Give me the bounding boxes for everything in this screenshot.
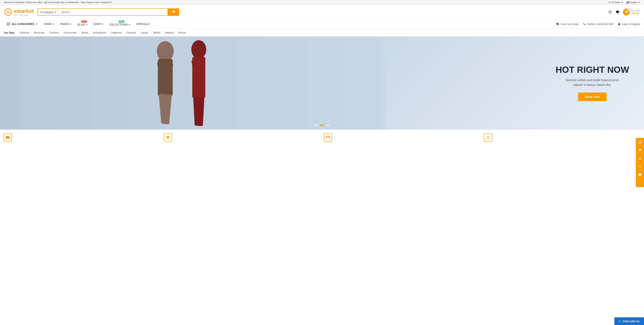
language-selector[interactable]: English ▼ xyxy=(626,1,640,4)
feature-block-2 xyxy=(164,133,320,142)
tag-smartphone[interactable]: Smartphone xyxy=(90,31,108,34)
cart-icon xyxy=(624,10,628,14)
collections-new-badge: New xyxy=(119,20,124,23)
feature-block-4 xyxy=(484,133,640,142)
hero-figures-svg xyxy=(0,36,386,130)
shop-now-button[interactable]: Shop now xyxy=(578,92,606,101)
tag-shoes[interactable]: Shoes xyxy=(79,31,90,34)
language-chevron-icon: ▼ xyxy=(638,1,640,4)
wishlist-button[interactable] xyxy=(616,10,620,14)
svg-point-12 xyxy=(191,40,206,59)
tag-electronic[interactable]: Electronic xyxy=(32,31,47,34)
slider-dot-3[interactable] xyxy=(326,125,330,126)
nav-item-specials[interactable]: SPECIALS! xyxy=(133,20,152,28)
blog-hot-badge: Hot! xyxy=(82,20,87,23)
all-categories-label: ALL CATEGORIES xyxy=(12,22,34,25)
logo-name: emarket xyxy=(14,8,34,14)
svg-point-6 xyxy=(157,41,174,62)
tag-tablets[interactable]: Tablets xyxy=(150,31,163,34)
nav-item-home[interactable]: HOME ▼ xyxy=(41,20,57,28)
nav-item-shop[interactable]: SHOP ▼ xyxy=(90,20,106,28)
refresh-button[interactable] xyxy=(608,10,612,14)
sidebar-menu-button[interactable] xyxy=(636,138,644,145)
search-button[interactable] xyxy=(168,9,179,15)
phone-icon xyxy=(583,22,586,25)
hero-content: HOT RIGHT NOW Summer whites and bright t… xyxy=(556,65,629,101)
tag-accessories[interactable]: Accessories xyxy=(61,31,79,34)
nav-home-chevron-icon: ▼ xyxy=(52,23,54,25)
cart-badge: 0 xyxy=(628,8,630,11)
track-order-label: Track Your Order xyxy=(560,23,579,25)
nav-pages-chevron-icon: ▼ xyxy=(70,23,72,25)
tag-cameras[interactable]: Cameras xyxy=(124,31,138,34)
track-order-link[interactable]: Track Your Order xyxy=(556,22,579,25)
feature-icon-1 xyxy=(4,133,12,142)
cart-label: MY CART xyxy=(631,9,640,12)
hero-subtitle: Summer whites and bright tropical prints… xyxy=(556,78,629,87)
nav-item-blog[interactable]: Hot! BLOG ▼ xyxy=(74,19,90,29)
all-categories-button[interactable]: ALL CATEGORIES ▼ xyxy=(4,20,41,28)
slider-dots xyxy=(314,125,330,126)
search-input[interactable] xyxy=(59,9,168,15)
welcome-message: Welcome to Emarket ! Wrap new offers / g… xyxy=(4,1,112,4)
hero-title: HOT RIGHT NOW xyxy=(556,65,629,75)
logo-tagline: all in one store xyxy=(14,14,34,16)
nav-item-pages[interactable]: PAGES ▼ xyxy=(57,20,74,28)
currency-chevron-icon: ▼ xyxy=(621,1,623,4)
right-sidebar xyxy=(636,138,644,145)
search-icon xyxy=(171,10,175,14)
header: e emarket all in one store All Category … xyxy=(0,5,644,19)
nav-item-collections[interactable]: New COLLECTIONS ▼ xyxy=(106,19,134,29)
tag-cellphone[interactable]: Cellphone xyxy=(108,31,124,34)
tag-latops[interactable]: Latops xyxy=(138,31,150,34)
search-category-dropdown[interactable]: All Category ▼ xyxy=(38,9,59,15)
cart-icon-wrap: 0 xyxy=(623,9,630,15)
tag-makeup[interactable]: Makeup xyxy=(163,31,176,34)
logo[interactable]: e emarket all in one store xyxy=(4,8,34,16)
return-icon xyxy=(486,135,490,140)
nav-shop-chevron-icon: ▼ xyxy=(102,23,104,25)
svg-rect-3 xyxy=(7,23,10,23)
nav-bar: ALL CATEGORIES ▼ HOME ▼ PAGES ▼ Hot! BLO… xyxy=(0,19,644,29)
currency-label: $ US Dollar xyxy=(609,1,620,4)
login-link[interactable]: Login or Register xyxy=(618,22,640,25)
svg-rect-18 xyxy=(638,141,642,141)
hero-image-area xyxy=(0,36,386,130)
logo-prefix: e xyxy=(14,8,17,14)
sidebar-menu-icon xyxy=(638,141,642,143)
svg-rect-4 xyxy=(7,24,10,24)
hamburger-icon xyxy=(7,23,10,25)
feature-block-3 xyxy=(324,133,480,142)
slider-dot-2[interactable] xyxy=(320,125,324,126)
top-bar: Welcome to Emarket ! Wrap new offers / g… xyxy=(0,0,644,5)
nav-collections-chevron-icon: ▼ xyxy=(128,24,130,26)
flag-icon xyxy=(626,1,629,3)
nav-blog-chevron-icon: ▼ xyxy=(86,24,88,26)
logo-icon: e xyxy=(4,8,13,16)
all-categories-chevron-icon: ▼ xyxy=(36,23,38,25)
tag-iphone[interactable]: iPhone xyxy=(176,31,188,34)
refresh-icon xyxy=(608,10,612,14)
cart-label-text: MY CART - $0.00 xyxy=(631,9,640,15)
feature-block-1 xyxy=(4,133,160,142)
slider-dot-1[interactable] xyxy=(314,125,318,126)
search-category-label: All Category xyxy=(40,11,53,13)
bottom-section xyxy=(0,130,644,145)
currency-selector[interactable]: $ US Dollar ▼ xyxy=(609,1,623,4)
truck-icon xyxy=(556,22,559,25)
tag-furniture[interactable]: Furniture xyxy=(47,31,61,34)
cart-button[interactable]: 0 MY CART - $0.00 xyxy=(623,9,640,15)
login-label: Login or Register xyxy=(622,23,640,25)
top-tags-label: Top Tags: xyxy=(4,31,15,34)
lock-icon xyxy=(618,22,621,25)
hero-banner: HOT RIGHT NOW Summer whites and bright t… xyxy=(0,36,644,130)
feature-icon-4 xyxy=(484,133,492,142)
language-label: English xyxy=(630,1,637,4)
header-actions: 0 MY CART - $0.00 xyxy=(608,9,640,15)
cart-price: - $0.00 xyxy=(631,12,640,15)
delivery-icon xyxy=(6,135,10,140)
top-tags-bar: Top Tags: Fashions Electronic Furniture … xyxy=(0,29,644,36)
tag-fashions[interactable]: Fashions xyxy=(17,31,32,34)
hotline-link[interactable]: Hotline (+1234) 567 890 xyxy=(583,22,613,25)
svg-rect-5 xyxy=(7,25,10,25)
